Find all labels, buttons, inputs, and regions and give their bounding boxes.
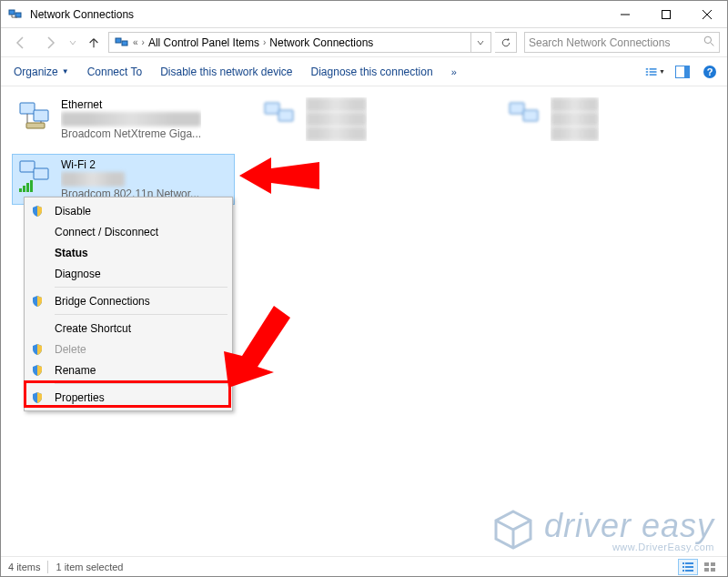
shield-icon: [27, 295, 47, 308]
ctx-delete: Delete: [27, 339, 229, 359]
selected-count: 1 item selected: [56, 562, 123, 572]
minimize-button[interactable]: [604, 1, 645, 27]
svg-rect-31: [19, 188, 22, 192]
breadcrumb[interactable]: « › All Control Panel Items › Network Co…: [108, 32, 491, 53]
svg-rect-25: [265, 103, 279, 114]
item-count: 4 items: [8, 562, 40, 572]
svg-rect-45: [711, 562, 715, 566]
connection-name: [551, 97, 599, 112]
ctx-disable[interactable]: Disable: [27, 200, 229, 221]
svg-rect-12: [646, 71, 648, 73]
chevron-down-icon: ▼: [62, 67, 69, 76]
search-icon: [703, 35, 715, 50]
ctx-diagnose[interactable]: Diagnose: [27, 263, 229, 284]
svg-rect-38: [682, 562, 684, 564]
breadcrumb-prefix-icon: «: [133, 37, 138, 47]
shield-icon: [27, 205, 47, 218]
svg-rect-7: [122, 41, 127, 46]
breadcrumb-seg-2[interactable]: Network Connections: [269, 36, 373, 49]
help-button[interactable]: ?: [700, 62, 720, 82]
svg-rect-39: [685, 562, 693, 564]
svg-rect-21: [34, 110, 48, 121]
location-icon: [115, 35, 129, 50]
svg-rect-47: [711, 568, 715, 572]
breadcrumb-seg-1[interactable]: All Control Panel Items: [148, 36, 259, 49]
connection-item-hidden[interactable]: [257, 94, 480, 145]
svg-rect-32: [23, 186, 25, 192]
title-bar: Network Connections: [1, 1, 727, 28]
svg-text:?: ?: [707, 66, 713, 77]
app-icon: [8, 7, 23, 22]
connection-name: [306, 97, 367, 112]
more-commands-icon[interactable]: »: [446, 66, 462, 77]
network-icon: [262, 97, 298, 134]
search-input[interactable]: Search Network Connections: [524, 32, 720, 53]
preview-pane-button[interactable]: [672, 62, 693, 82]
disable-device-button[interactable]: Disable this network device: [155, 62, 298, 82]
ctx-properties[interactable]: Properties: [27, 387, 229, 408]
svg-rect-29: [20, 161, 35, 172]
shield-icon: [27, 343, 47, 356]
separator: [55, 383, 228, 384]
svg-line-9: [711, 43, 713, 46]
svg-rect-46: [704, 568, 709, 572]
svg-rect-10: [646, 68, 648, 70]
connection-name: Wi-Fi 2: [61, 157, 199, 172]
forward-button[interactable]: [37, 32, 63, 54]
svg-rect-17: [684, 66, 689, 77]
connection-subtitle: [61, 172, 125, 187]
ctx-create-shortcut[interactable]: Create Shortcut: [27, 318, 229, 339]
back-button[interactable]: [8, 32, 34, 54]
connection-item-hidden[interactable]: [501, 94, 683, 145]
svg-rect-41: [685, 566, 693, 568]
ctx-connect-disconnect[interactable]: Connect / Disconnect: [27, 221, 229, 242]
maximize-button[interactable]: [645, 1, 686, 27]
svg-rect-0: [9, 10, 15, 15]
svg-rect-42: [682, 570, 684, 572]
svg-rect-26: [278, 110, 293, 121]
connection-name: Ethernet: [61, 97, 201, 112]
shield-icon: [27, 391, 47, 404]
svg-rect-30: [34, 168, 48, 179]
view-options-button[interactable]: ▼: [645, 62, 665, 82]
navigation-bar: « › All Control Panel Items › Network Co…: [1, 28, 727, 57]
svg-rect-3: [662, 10, 670, 18]
context-menu: Disable Connect / Disconnect Status Diag…: [24, 197, 233, 411]
connection-item-ethernet[interactable]: Ethernet Broadcom NetXtreme Giga...: [12, 94, 235, 145]
window-title: Network Connections: [30, 8, 604, 21]
svg-rect-14: [646, 74, 648, 76]
connection-description: [551, 127, 599, 141]
svg-rect-28: [523, 110, 538, 121]
history-dropdown-icon[interactable]: [66, 39, 79, 46]
status-bar: 4 items 1 item selected: [1, 556, 727, 576]
up-button[interactable]: [83, 36, 105, 49]
wifi-icon: [17, 157, 54, 194]
svg-rect-34: [30, 180, 33, 192]
connect-to-button[interactable]: Connect To: [82, 62, 148, 82]
svg-rect-33: [26, 183, 29, 192]
close-button[interactable]: [686, 1, 727, 27]
icons-view-button[interactable]: [700, 559, 720, 575]
command-bar: Organize ▼ Connect To Disable this netwo…: [1, 57, 727, 86]
svg-rect-15: [650, 74, 657, 76]
refresh-button[interactable]: [495, 32, 517, 53]
svg-rect-40: [682, 566, 684, 568]
svg-rect-27: [510, 103, 524, 114]
diagnose-button[interactable]: Diagnose this connection: [306, 62, 439, 82]
details-view-button[interactable]: [678, 559, 698, 575]
connection-description: [306, 127, 367, 141]
ctx-status[interactable]: Status: [27, 242, 229, 263]
connection-subtitle: [551, 112, 599, 127]
svg-rect-1: [15, 13, 21, 17]
shield-icon: [27, 364, 47, 377]
organize-button[interactable]: Organize ▼: [8, 62, 75, 82]
connection-subtitle: [61, 112, 201, 127]
breadcrumb-dropdown-icon[interactable]: [470, 33, 489, 52]
svg-rect-22: [26, 123, 45, 128]
network-icon: [507, 97, 543, 134]
connection-description: Broadcom NetXtreme Giga...: [61, 127, 201, 141]
svg-rect-6: [116, 38, 121, 43]
ctx-bridge[interactable]: Bridge Connections: [27, 290, 229, 311]
chevron-right-icon: ›: [142, 37, 145, 47]
ctx-rename[interactable]: Rename: [27, 359, 229, 380]
